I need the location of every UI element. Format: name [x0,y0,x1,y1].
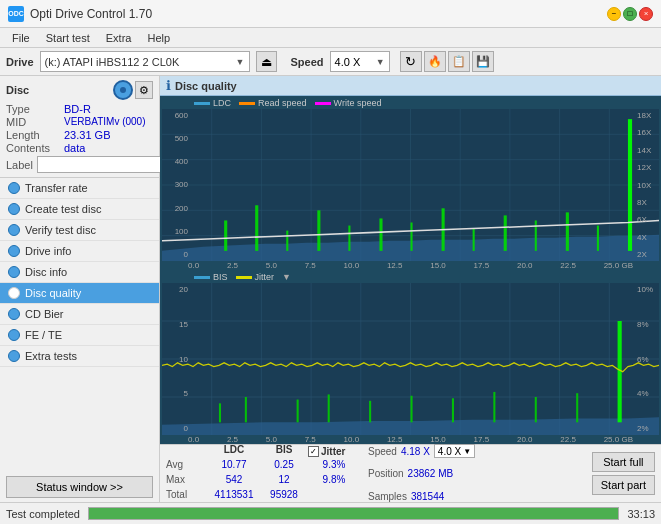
svg-rect-24 [473,229,475,251]
save-button[interactable]: 💾 [472,51,494,72]
speed-stat-select[interactable]: 4.0 X ▼ [434,444,475,458]
status-time: 33:13 [627,508,655,520]
titlebar: ODC Opti Drive Control 1.70 − □ × [0,0,661,28]
nav-drive-info[interactable]: Drive info [0,241,159,262]
svg-rect-58 [493,392,495,422]
chart2-y-labels: 20 15 10 5 0 [162,283,190,435]
minimize-button[interactable]: − [607,7,621,21]
start-full-button[interactable]: Start full [592,452,655,472]
chart1-svg: 600 500 400 300 200 100 0 [162,109,659,261]
mid-value: VERBATIMv (000) [64,116,146,128]
scan-button[interactable]: 📋 [448,51,470,72]
sidebar: Disc ⚙ Type BD-R MID VERBATIMv (000) Len… [0,76,160,502]
total-label: Total [166,489,206,502]
bis-max: 12 [262,474,306,488]
disc-settings-icon[interactable]: ⚙ [135,81,153,99]
quality-header-icon: ℹ [166,78,171,93]
nav-disc-quality[interactable]: Disc quality [0,283,159,304]
jitter-checkbox[interactable]: ✓ [308,446,319,457]
length-label: Length [6,129,64,141]
svg-rect-18 [286,231,288,251]
svg-rect-52 [245,397,247,422]
contents-value: data [64,142,85,154]
label-input[interactable] [37,156,170,173]
svg-rect-53 [297,400,299,423]
jitter-max: 9.8% [308,474,360,488]
length-value: 23.31 GB [64,129,110,141]
nav-verify-test-disc[interactable]: Verify test disc [0,220,159,241]
svg-rect-17 [255,205,258,251]
speed-stat-label: Speed [368,446,397,457]
svg-rect-60 [576,393,578,422]
stats-bar: Avg Max Total LDC 10.77 542 4113531 BIS … [160,444,661,502]
nav-create-test-disc[interactable]: Create test disc [0,199,159,220]
content-area: ℹ Disc quality LDC Read speed Write spee… [160,76,661,502]
svg-rect-55 [369,401,371,423]
nav-cd-bier[interactable]: CD Bier [0,304,159,325]
progress-bar-fill [89,508,618,519]
svg-rect-28 [597,226,599,251]
jitter-header: Jitter [321,446,345,457]
maximize-button[interactable]: □ [623,7,637,21]
chart1-legend: LDC Read speed Write speed [160,96,661,109]
position-value: 23862 MB [408,468,454,479]
chart2-legend: BIS Jitter ▼ [160,270,661,283]
ldc-header: LDC [208,444,260,458]
svg-rect-16 [224,220,227,250]
svg-rect-26 [535,220,537,250]
drivebar: Drive (k:) ATAPI iHBS112 2 CL0K ▼ ⏏ Spee… [0,48,661,76]
bis-total: 95928 [262,489,306,502]
menu-file[interactable]: File [4,31,38,45]
refresh-button[interactable]: ↻ [400,51,422,72]
svg-rect-51 [219,403,221,422]
disc-panel: Disc ⚙ Type BD-R MID VERBATIMv (000) Len… [0,76,159,178]
quality-header-title: Disc quality [175,80,237,92]
label-label: Label [6,159,33,171]
app-title: Opti Drive Control 1.70 [30,7,607,21]
nav-disc-info[interactable]: Disc info [0,262,159,283]
nav-transfer-rate[interactable]: Transfer rate [0,178,159,199]
ldc-total: 4113531 [208,489,260,502]
drive-label: Drive [6,56,34,68]
burn-button[interactable]: 🔥 [424,51,446,72]
chart1-container: LDC Read speed Write speed [160,96,661,270]
drive-select[interactable]: (k:) ATAPI iHBS112 2 CL0K ▼ [40,51,250,72]
position-label: Position [368,468,404,479]
start-part-button[interactable]: Start part [592,475,655,495]
bis-header: BIS [262,444,306,458]
samples-value: 381544 [411,491,444,502]
svg-rect-56 [411,396,413,423]
chart1-x-labels: 0.0 2.5 5.0 7.5 10.0 12.5 15.0 17.5 20.0… [160,261,661,270]
speed-label: Speed [291,56,324,68]
menu-help[interactable]: Help [139,31,178,45]
contents-label: Contents [6,142,64,154]
max-label: Max [166,474,206,488]
progress-bar-container [88,507,619,520]
nav-fe-te[interactable]: FE / TE [0,325,159,346]
eject-button[interactable]: ⏏ [256,51,277,72]
menubar: File Start test Extra Help [0,28,661,48]
status-window-button[interactable]: Status window >> [6,476,153,498]
start-buttons: Start full Start part [592,452,655,495]
disc-section-title: Disc [6,84,29,96]
chart1-y-labels: 600 500 400 300 200 100 0 [162,109,190,261]
menu-extra[interactable]: Extra [98,31,140,45]
menu-start-test[interactable]: Start test [38,31,98,45]
nav-extra-tests[interactable]: Extra tests [0,346,159,367]
app-icon: ODC [8,6,24,22]
close-button[interactable]: × [639,7,653,21]
mid-label: MID [6,116,64,128]
speed-select[interactable]: 4.0 X ▼ [330,51,390,72]
chart2-container: BIS Jitter ▼ [160,270,661,444]
svg-rect-61 [618,321,622,422]
chart2-svg [162,283,659,435]
svg-rect-25 [504,215,507,250]
chart2-x-labels: 0.0 2.5 5.0 7.5 10.0 12.5 15.0 17.5 20.0… [160,435,661,444]
chart1-y-right-labels: 18X 16X 14X 12X 10X 8X 6X 4X 2X [635,109,659,261]
quality-header: ℹ Disc quality [160,76,661,96]
svg-rect-29 [628,119,632,251]
svg-rect-22 [411,222,413,250]
speed-stat-value: 4.18 X [401,446,430,457]
statusbar: Test completed 33:13 [0,502,661,524]
type-label: Type [6,103,64,115]
